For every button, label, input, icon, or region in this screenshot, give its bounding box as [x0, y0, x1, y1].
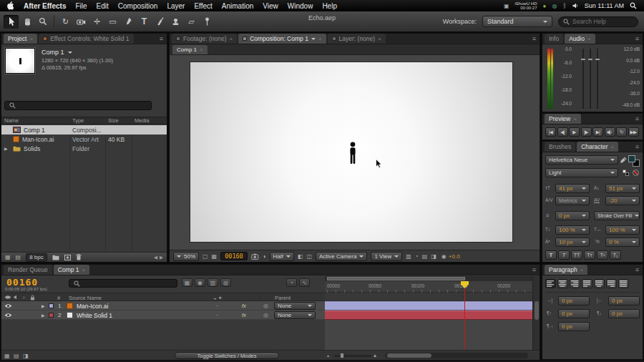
align-left-button[interactable]	[545, 279, 556, 288]
switch-mark[interactable]: -	[216, 311, 218, 318]
tab-info[interactable]: Info	[545, 34, 563, 44]
timeline-vertical-scrollbar[interactable]	[532, 276, 540, 350]
tab-footage[interactable]: Footage: (none)×	[172, 34, 237, 44]
previous-frame-button[interactable]: ◀|	[557, 127, 568, 137]
toggle-switches-modes-button[interactable]: Toggle Switches / Modes	[175, 352, 279, 359]
menu-composition[interactable]: Composition	[118, 2, 158, 10]
column-size[interactable]: Size	[105, 117, 132, 124]
panel-menu-icon[interactable]: ≡	[635, 115, 640, 124]
timeline-column-header[interactable]: ○ # Source Name ◒✦ Parent	[1, 293, 325, 301]
label-color-chip[interactable]	[49, 313, 54, 318]
panel-menu-icon[interactable]: ≡	[532, 266, 537, 275]
panel-menu-icon[interactable]: ≡	[635, 266, 640, 275]
justify-all-button[interactable]	[618, 279, 629, 288]
fx-badge[interactable]: fx	[242, 303, 246, 309]
auto-keyframe-icon[interactable]: ◔	[286, 278, 297, 287]
close-icon[interactable]: ×	[378, 36, 381, 42]
close-icon[interactable]: ×	[318, 36, 322, 42]
menu-help[interactable]: Help	[322, 2, 337, 10]
frame-blend-icon[interactable]: ▥	[208, 278, 218, 287]
spotlight-icon[interactable]	[630, 2, 637, 9]
status-dot-icon[interactable]: ●	[543, 3, 547, 9]
baseline-shift-field[interactable]: 10 px	[555, 238, 590, 247]
last-frame-button[interactable]: ▶|	[592, 127, 603, 137]
recorder-timer[interactable]: iShowU HD 00:00:27	[515, 1, 537, 11]
project-row-man-icon[interactable]: Man-Icon.ai Vector Art 40 KB	[1, 134, 167, 144]
bit-depth-button[interactable]: 8 bpc	[26, 253, 47, 262]
space-before-field[interactable]: 0 px	[558, 309, 590, 318]
justify-last-right-button[interactable]	[606, 279, 617, 288]
layer-row-2[interactable]: ▶ 2 White Solid 1 - fx ◎ None	[1, 310, 325, 320]
selected-item-name[interactable]: Comp 1	[42, 49, 72, 56]
panel-menu-icon[interactable]: ≡	[160, 35, 165, 44]
help-search-input[interactable]	[572, 18, 633, 25]
viewer-pasteboard[interactable]	[170, 55, 540, 250]
indent-right-field[interactable]: 0 px	[608, 296, 640, 305]
horizontal-scale-field[interactable]: 100 %	[605, 225, 640, 235]
puppet-pin-tool[interactable]	[200, 15, 215, 29]
close-icon[interactable]: ×	[573, 116, 577, 122]
inout-pane-icon[interactable]: ◨	[23, 353, 29, 359]
trash-icon[interactable]	[76, 254, 82, 260]
layer-name[interactable]: White Solid 1	[77, 312, 112, 319]
tab-preview[interactable]: Preview×	[545, 114, 581, 124]
layer-name[interactable]: Man-Icon.ai	[77, 303, 108, 310]
fill-color-swatch[interactable]	[628, 155, 635, 162]
first-line-indent-field[interactable]: 0 px	[558, 322, 590, 331]
scroll-right-icon[interactable]: ▶	[160, 255, 163, 260]
play-button[interactable]: ▶	[569, 127, 580, 137]
parent-column-header[interactable]: Parent	[275, 295, 291, 301]
faux-bold-button[interactable]: T	[545, 250, 557, 260]
disclosure-triangle-icon[interactable]: ▶	[4, 146, 10, 151]
no-color-icon[interactable]	[633, 170, 639, 176]
timeline-search-box[interactable]	[69, 279, 177, 288]
tab-effect-controls[interactable]: Effect Controls: White Solid 1	[39, 34, 133, 44]
close-icon[interactable]: ×	[29, 36, 33, 42]
leading-dropdown[interactable]: 51 px	[605, 184, 640, 193]
camera-tool[interactable]	[74, 15, 89, 29]
audio-slider-handle[interactable]	[595, 58, 600, 61]
interpret-footage-icon[interactable]: ▦	[5, 254, 11, 260]
rotation-tool[interactable]: ↻	[58, 15, 73, 29]
column-media[interactable]: Media	[132, 117, 149, 124]
clone-stamp-tool[interactable]	[168, 15, 183, 29]
eyedropper-icon[interactable]	[620, 157, 627, 163]
timeline-jump-icon[interactable]: ▤	[422, 253, 428, 260]
align-right-button[interactable]	[570, 279, 580, 288]
time-ruler[interactable]: 00000 00050 00100 00150 00200	[325, 281, 532, 293]
zoom-slider-handle[interactable]	[340, 353, 344, 358]
menu-effect[interactable]: Effect	[194, 2, 212, 10]
close-icon[interactable]: ×	[229, 36, 233, 42]
tab-timeline-comp[interactable]: Comp 1×	[54, 265, 89, 275]
footage-thumbnail[interactable]	[5, 48, 35, 74]
faux-italic-button[interactable]: T	[558, 250, 570, 260]
composition-canvas[interactable]	[190, 62, 513, 243]
small-caps-button[interactable]: Tт	[584, 250, 595, 260]
menu-app[interactable]: After Effects	[24, 2, 66, 10]
zoom-out-mountain-icon[interactable]: ▴	[327, 353, 329, 358]
eye-icon[interactable]	[4, 313, 12, 318]
panel-menu-icon[interactable]: ≡	[635, 143, 640, 152]
tab-brushes[interactable]: Brushes	[545, 142, 575, 152]
view-layout-dropdown[interactable]: 1 View	[371, 252, 402, 261]
first-frame-button[interactable]: |◀	[545, 127, 556, 137]
graph-editor-icon[interactable]: ∿	[299, 278, 310, 287]
timeline-graph-area[interactable]: 00000 00050 00100 00150 00200	[325, 276, 532, 350]
selection-tool[interactable]	[4, 15, 19, 29]
tsume-field[interactable]: 0 %	[605, 238, 640, 247]
align-center-button[interactable]	[557, 279, 568, 288]
fast-preview-icon[interactable]: ◔	[415, 253, 419, 260]
magnification-dropdown[interactable]: 50%	[173, 252, 199, 261]
project-flowchart-icon[interactable]: ▤	[16, 254, 21, 260]
menu-view[interactable]: View	[263, 2, 278, 10]
project-row-comp[interactable]: Comp 1 Composi...	[1, 125, 167, 134]
parent-dropdown[interactable]: None	[274, 302, 316, 310]
current-time-display[interactable]: 00160	[6, 277, 38, 288]
viewer-timecode[interactable]: 00160	[220, 252, 248, 260]
brush-tool[interactable]	[152, 15, 167, 29]
menubar-clock[interactable]: Sun 11:11 AM	[585, 2, 624, 9]
audio-slider-handle[interactable]	[587, 58, 593, 61]
superscript-button[interactable]: T¹	[597, 250, 608, 260]
work-area-track[interactable]	[325, 276, 532, 281]
stroke-width-dropdown[interactable]: 0 px	[555, 211, 590, 220]
